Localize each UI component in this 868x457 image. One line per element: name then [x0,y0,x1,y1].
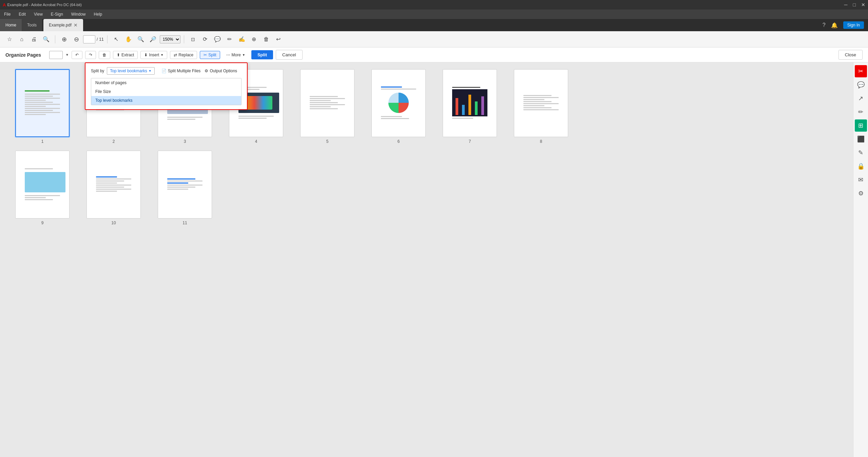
separator3 [184,35,184,43]
hand-tool[interactable]: ✋ [123,34,134,45]
print-btn[interactable]: 🖨 [28,34,39,45]
page-num-2: 2 [113,139,115,144]
page-thumb-1[interactable]: 1 [10,69,75,144]
page-img-6[interactable] [371,69,426,137]
menu-edit[interactable]: Edit [17,11,27,17]
organize-bar: Organize Pages 1 ▼ ↶ ↷ 🗑 ⬆ Extract ⬇ Ins… [0,47,868,62]
split-confirm-btn[interactable]: Split [251,50,273,59]
cancel-split-btn[interactable]: Cancel [276,50,302,60]
page-img-5[interactable] [300,69,354,137]
redo-org-btn[interactable]: ↷ [85,51,96,59]
split-btn[interactable]: ✂ Split [200,51,220,59]
option-num-pages[interactable]: Number of pages [91,78,241,87]
page-img-11[interactable] [158,151,212,218]
sign-in-button[interactable]: Sign In [843,21,864,29]
more-btn[interactable]: ⋯ More ▼ [223,51,249,59]
page-thumb-8[interactable]: 8 [509,69,573,144]
page-num-10: 10 [111,221,116,225]
menu-esign[interactable]: E-Sign [50,11,64,17]
output-opts-icon: ⚙ [205,69,208,73]
undo-org-btn[interactable]: ↶ [72,51,82,59]
main-toolbar: ☆ ⌂ 🖨 🔍 ⊕ ⊖ 1 / 11 ↖ ✋ 🔍 🔎 150% ⊡ ⟳ 💬 ✏ … [0,31,868,47]
page-img-10[interactable] [86,151,141,218]
comment-sidebar-icon[interactable]: 💬 [855,79,867,91]
home-btn[interactable]: ⌂ [16,34,27,45]
page-thumb-9[interactable]: 9 [10,151,75,225]
redact-sidebar-icon[interactable]: ✂ [855,65,867,77]
export-sidebar-icon[interactable]: ⬛ [855,133,867,145]
close-btn[interactable]: ✕ [861,2,865,7]
minimize-btn[interactable]: ─ [844,2,848,7]
organize-page-input[interactable]: 1 [49,51,63,59]
page-thumb-5[interactable]: 5 [295,69,360,144]
page-img-9[interactable] [15,151,70,218]
page-img-8[interactable] [514,69,568,137]
tab-file[interactable]: Example.pdf ✕ [43,19,83,31]
maximize-btn[interactable]: □ [853,2,856,7]
delete-btn[interactable]: 🗑 [261,34,272,45]
page-num-3: 3 [184,139,186,144]
option-bookmarks[interactable]: Top level bookmarks [91,96,241,105]
window-controls[interactable]: ─ □ ✕ [844,2,865,7]
tab-bar-right: ? 🔔 Sign In [823,19,868,31]
total-pages: 11 [99,37,103,42]
page-thumb-7[interactable]: 7 [438,69,502,144]
menu-file[interactable]: File [3,11,12,17]
organize-title: Organize Pages [5,52,41,58]
output-options-btn[interactable]: ⚙ Output Options [205,69,237,73]
replace-icon: ⇄ [174,53,177,57]
replace-btn[interactable]: ⇄ Replace [170,51,197,59]
notification-icon[interactable]: 🔔 [831,22,838,28]
page-thumb-6[interactable]: 6 [366,69,431,144]
help-icon[interactable]: ? [823,22,826,28]
select-tool[interactable]: ↖ [111,34,122,45]
share-sidebar-icon[interactable]: ↗ [855,92,867,104]
fill-sign-icon[interactable]: ✏ [855,106,867,118]
menu-help[interactable]: Help [93,11,104,17]
delete-org-btn[interactable]: 🗑 [99,51,110,59]
sign-btn[interactable]: ✍ [236,34,247,45]
mail-sidebar-icon[interactable]: ✉ [855,174,867,186]
split-by-select[interactable]: Top level bookmarks ▼ [107,67,154,75]
insert-btn[interactable]: ⬇ Insert ▼ [140,51,167,59]
tab-home[interactable]: Home [0,19,22,31]
split-dropdown-list: Number of pages File Size Top level book… [91,78,242,105]
organize-sidebar-icon[interactable]: ⊞ [855,119,867,132]
extract-btn[interactable]: ⬆ Extract [113,51,138,59]
app-icon: A [3,2,6,7]
right-sidebar: ✂ 💬 ↗ ✏ ⊞ ⬛ ✎ 🔒 ✉ ⚙ [853,62,868,457]
pen-btn[interactable]: ✏ [224,34,235,45]
page-input[interactable]: 1 [83,35,95,43]
rotate-btn[interactable]: ⟳ [200,34,211,45]
prev-page-btn[interactable]: ⊕ [59,34,70,45]
close-organize-btn[interactable]: Close [838,50,863,60]
split-multiple-btn[interactable]: 📄 Split Multiple Files [161,69,201,73]
page-thumb-11[interactable]: 11 [153,151,217,225]
more-icon: ⋯ [226,53,230,57]
undo-btn[interactable]: ↩ [273,34,284,45]
page-thumb-10[interactable]: 10 [81,151,146,225]
zoom-select[interactable]: 150% [160,35,180,43]
menu-view[interactable]: View [33,11,44,17]
comment-btn[interactable]: 💬 [212,34,223,45]
fit-page-btn[interactable]: ⊡ [188,34,198,45]
menu-window[interactable]: Window [70,11,87,17]
zoom-in-btn[interactable]: 🔎 [148,34,158,45]
protect-sidebar-icon[interactable]: 🔒 [855,160,867,172]
settings-sidebar-icon[interactable]: ⚙ [855,187,867,199]
page-img-7[interactable] [443,69,497,137]
tab-tools[interactable]: Tools [22,19,42,31]
stamp-btn[interactable]: ⊕ [249,34,259,45]
page-num-8: 8 [540,139,542,144]
zoom-out-btn[interactable]: 🔍 [135,34,146,45]
insert-icon: ⬇ [144,53,148,57]
bookmark-btn[interactable]: ☆ [4,34,15,45]
organize-page-arrow[interactable]: ▼ [65,53,69,57]
page-img-1[interactable] [15,69,70,137]
page-num-6: 6 [398,139,400,144]
edit-sidebar-icon[interactable]: ✎ [855,147,867,159]
option-file-size[interactable]: File Size [91,87,241,96]
next-page-btn[interactable]: ⊖ [71,34,82,45]
search-btn[interactable]: 🔍 [41,34,52,45]
tab-close-icon[interactable]: ✕ [74,22,78,28]
